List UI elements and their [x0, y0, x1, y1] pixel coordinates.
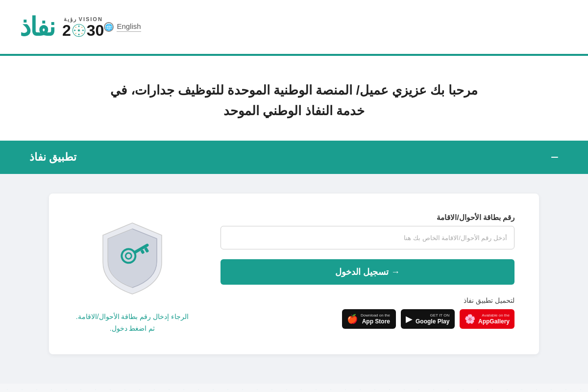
google-play-icon: ▶	[406, 314, 413, 324]
vision-logo: رؤية VISION 2	[62, 16, 104, 38]
login-button-label: → تسجيل الدخول	[335, 267, 400, 277]
store-badges: 🍎 Download on the App Store ▶ GET IT ON …	[220, 309, 514, 329]
app-store-line2: App Store	[361, 318, 390, 325]
shield-svg-icon	[88, 213, 176, 301]
huawei-gallery-badge[interactable]: 🌸 Available on the AppGallery	[460, 309, 514, 329]
download-label: لتحميل تطبيق نفاذ	[220, 296, 514, 304]
google-play-badge[interactable]: ▶ GET IT ON Google Play	[401, 309, 455, 329]
app-banner-label: تطبيق نفاذ	[29, 151, 76, 164]
logo-area: نفاذ رؤية VISION 2	[20, 12, 104, 42]
language-switcher[interactable]: 🌐 English	[104, 22, 141, 32]
welcome-section: مرحبا بك عزيزي عميل/ المنصة الوطنية المو…	[0, 56, 588, 141]
form-area: رقم بطاقة الأحوال/الاقامة → تسجيل الدخول…	[220, 213, 514, 329]
language-label: English	[117, 22, 141, 32]
download-section: لتحميل تطبيق نفاذ 🍎 Download on the App …	[220, 296, 514, 329]
globe-icon: 🌐	[104, 22, 114, 32]
vision-year: 2 30	[62, 23, 104, 38]
nafaz-logo: نفاذ	[20, 12, 54, 42]
welcome-text: مرحبا بك عزيزي عميل/ المنصة الوطنية المو…	[98, 80, 490, 121]
google-play-line2: Google Play	[416, 318, 449, 325]
main-content: رقم بطاقة الأحوال/الاقامة → تسجيل الدخول…	[0, 174, 588, 384]
shield-description: الرجاء إدخال رقم بطاقة الأحوال/الاقامة. …	[74, 311, 191, 335]
huawei-line2: AppGallery	[478, 318, 510, 325]
vision-year-30: 30	[87, 23, 104, 38]
id-field-label: رقم بطاقة الأحوال/الاقامة	[220, 213, 514, 222]
huawei-line1: Available on the	[478, 313, 510, 318]
login-button[interactable]: → تسجيل الدخول	[220, 259, 514, 285]
app-store-badge[interactable]: 🍎 Download on the App Store	[342, 309, 396, 329]
app-store-line1: Download on the	[361, 313, 390, 318]
google-play-line1: GET IT ON	[416, 313, 449, 318]
shield-illustration: الرجاء إدخال رقم بطاقة الأحوال/الاقامة. …	[74, 213, 191, 335]
login-card: رقم بطاقة الأحوال/الاقامة → تسجيل الدخول…	[49, 194, 539, 354]
header: 🌐 English نفاذ رؤية VISION 2	[0, 0, 588, 54]
vision-year-2: 2	[62, 23, 71, 38]
vision-emblem-icon	[72, 24, 86, 37]
id-input[interactable]	[220, 226, 514, 249]
app-banner[interactable]: − تطبيق نفاذ	[0, 141, 588, 174]
banner-collapse-icon: −	[551, 150, 559, 164]
apple-icon: 🍎	[347, 314, 358, 324]
huawei-icon: 🌸	[465, 314, 475, 324]
